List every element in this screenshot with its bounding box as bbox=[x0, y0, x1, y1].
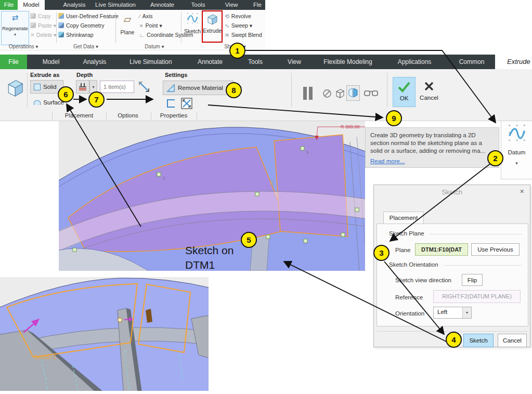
dashboard-tab-row: Placement Options Properties bbox=[0, 111, 532, 121]
cancel-button[interactable]: Cancel bbox=[417, 77, 442, 107]
ok-check-icon bbox=[397, 81, 411, 93]
pause-button[interactable] bbox=[303, 87, 315, 100]
point-button[interactable]: ✕Point ▾ bbox=[139, 22, 162, 29]
tab-file[interactable]: File bbox=[0, 0, 18, 10]
depth-blind-icon bbox=[78, 83, 87, 91]
sketch-label: Sketch bbox=[184, 28, 201, 34]
main-3d-viewport[interactable]: 1 1 R 300.00 Sketch on DTM1 bbox=[59, 121, 365, 271]
sketch-handle[interactable] bbox=[355, 208, 359, 212]
copy-button[interactable]: Copy bbox=[30, 13, 51, 19]
attached-preview-button-active[interactable] bbox=[346, 85, 360, 101]
orientation-combobox[interactable]: Left ▾ bbox=[433, 307, 472, 319]
extrude-icon bbox=[206, 13, 218, 25]
tab-view[interactable]: View bbox=[225, 2, 238, 8]
combobox-dropdown-arrow[interactable]: ▾ bbox=[462, 307, 471, 318]
sketch-cancel-button[interactable]: Cancel bbox=[498, 334, 527, 347]
dialog-close-icon[interactable]: ✕ bbox=[520, 188, 524, 195]
sketch-handle[interactable] bbox=[255, 192, 259, 196]
flip-material-side-icon[interactable] bbox=[180, 97, 193, 110]
datum-button-label[interactable]: Datum bbox=[501, 149, 532, 155]
no-preview-icon[interactable] bbox=[322, 89, 332, 98]
delete-icon: ✕ bbox=[30, 32, 35, 38]
tab-applications[interactable]: Applications bbox=[398, 58, 432, 65]
step-badge-5: 5 bbox=[241, 232, 257, 248]
use-previous-button[interactable]: Use Previous bbox=[471, 243, 520, 256]
panel-tab-placement[interactable]: Placement bbox=[65, 112, 93, 119]
tab-common[interactable]: Common bbox=[459, 58, 485, 65]
tab-view[interactable]: View bbox=[288, 58, 301, 65]
group-get-data[interactable]: Get Data ▾ bbox=[73, 44, 98, 49]
paste-button[interactable]: Paste ▾ bbox=[30, 22, 56, 29]
dashboard-separator bbox=[387, 73, 387, 107]
tooltip-line: solid or a surface, adding or removing m… bbox=[370, 147, 494, 155]
swept-blend-button[interactable]: ≋Swept Blend bbox=[225, 32, 262, 38]
radius-dimension-label: R 300.00 bbox=[341, 124, 360, 129]
surface-icon bbox=[34, 100, 41, 105]
user-defined-feature-button[interactable]: User-Defined Feature bbox=[58, 13, 119, 19]
remove-material-icon bbox=[166, 84, 175, 93]
remove-material-button[interactable]: Remove Material bbox=[163, 81, 233, 95]
tab-tools[interactable]: Tools bbox=[248, 58, 263, 65]
read-more-link[interactable]: Read more... bbox=[370, 157, 405, 165]
panel-tab-properties[interactable]: Properties bbox=[160, 112, 187, 119]
sketch-handle[interactable] bbox=[157, 173, 161, 176]
user-defined-feature-icon bbox=[58, 13, 64, 19]
tab-flexible-modeling[interactable]: Flexible Modeling bbox=[323, 58, 372, 65]
flip-button[interactable]: Flip bbox=[462, 274, 483, 286]
group-operations[interactable]: Operations ▾ bbox=[9, 44, 38, 49]
sketch-handle[interactable] bbox=[304, 239, 307, 243]
tab-file[interactable]: File bbox=[0, 55, 27, 69]
plane-button[interactable]: ▱ Plane bbox=[118, 11, 137, 36]
tab-live-simulation[interactable]: Live Simulation bbox=[129, 58, 172, 65]
axis-button[interactable]: ∕Axis bbox=[139, 13, 153, 19]
sweep-button[interactable]: ∿Sweep ▾ bbox=[225, 22, 252, 29]
step-badge-8: 8 bbox=[226, 82, 242, 98]
sketch-button[interactable]: Sketch bbox=[183, 11, 202, 35]
sketch-region-right[interactable] bbox=[274, 135, 348, 237]
shrinkwrap-button[interactable]: Shrinkwrap bbox=[58, 32, 94, 38]
tab-annotate[interactable]: Annotate bbox=[198, 58, 223, 65]
tab-annotate[interactable]: Annotate bbox=[150, 2, 174, 8]
copy-geometry-button[interactable]: Copy Geometry bbox=[58, 22, 105, 29]
depth-value-field[interactable]: 1 item(s) bbox=[100, 81, 134, 93]
open-section-icon[interactable] bbox=[165, 98, 177, 109]
step-badge-3: 3 bbox=[373, 245, 390, 261]
depth-label: Depth bbox=[76, 72, 93, 78]
orientation-value: Left bbox=[437, 309, 447, 315]
tab-live-simulation[interactable]: Live Simulation bbox=[95, 2, 136, 8]
tab-model[interactable]: Model bbox=[18, 0, 45, 10]
reference-field[interactable]: RIGHT:F2(DATUM PLANE) bbox=[433, 290, 521, 303]
handle-tag: 1 bbox=[163, 176, 165, 180]
sketch-handle[interactable] bbox=[266, 235, 270, 239]
flip-depth-direction-icon[interactable] bbox=[137, 79, 151, 95]
delete-button[interactable]: ✕Delete ▾ bbox=[30, 32, 56, 38]
sketch-handle[interactable] bbox=[73, 248, 76, 252]
extrude-button-highlighted[interactable]: Extrude bbox=[202, 10, 223, 43]
tab-model[interactable]: Model bbox=[43, 58, 60, 65]
wireframe-preview-icon[interactable] bbox=[335, 88, 345, 99]
sketch-handle[interactable] bbox=[301, 147, 304, 150]
tab-separator bbox=[52, 112, 53, 121]
sketch-dialog: Sketch ✕ Placement Sketch Plane Plane DT… bbox=[373, 185, 530, 347]
tab-tools[interactable]: Tools bbox=[191, 2, 205, 8]
tab-flexible-modeling-clipped[interactable]: Fle bbox=[253, 2, 262, 8]
step-badge-1: 1 bbox=[229, 43, 245, 59]
regenerate-button[interactable]: ⇄ Regenerate ▾ bbox=[1, 11, 29, 45]
sketch-handle[interactable] bbox=[341, 233, 345, 237]
tab-separator bbox=[151, 112, 151, 121]
depth-type-button[interactable] bbox=[76, 80, 89, 94]
datum-dropdown-arrow[interactable]: ▾ bbox=[501, 161, 532, 166]
ok-button[interactable]: OK bbox=[393, 77, 416, 107]
datum-sketch-icon[interactable] bbox=[508, 123, 526, 144]
panel-tab-options[interactable]: Options bbox=[118, 112, 138, 119]
glasses-verify-icon[interactable] bbox=[364, 89, 379, 97]
solid-icon bbox=[34, 84, 41, 90]
dialog-tab-placement[interactable]: Placement bbox=[383, 212, 424, 224]
plane-reference-field[interactable]: DTM1:F10(DAT bbox=[415, 243, 468, 256]
tab-analysis[interactable]: Analysis bbox=[63, 2, 86, 8]
group-datum[interactable]: Datum ▾ bbox=[145, 44, 164, 49]
revolve-button[interactable]: ⟲Revolve bbox=[225, 13, 251, 19]
tab-analysis[interactable]: Analysis bbox=[83, 58, 107, 65]
sketch-confirm-button[interactable]: Sketch bbox=[463, 334, 494, 347]
result-3d-viewport[interactable]: Section 1 bbox=[0, 277, 209, 391]
